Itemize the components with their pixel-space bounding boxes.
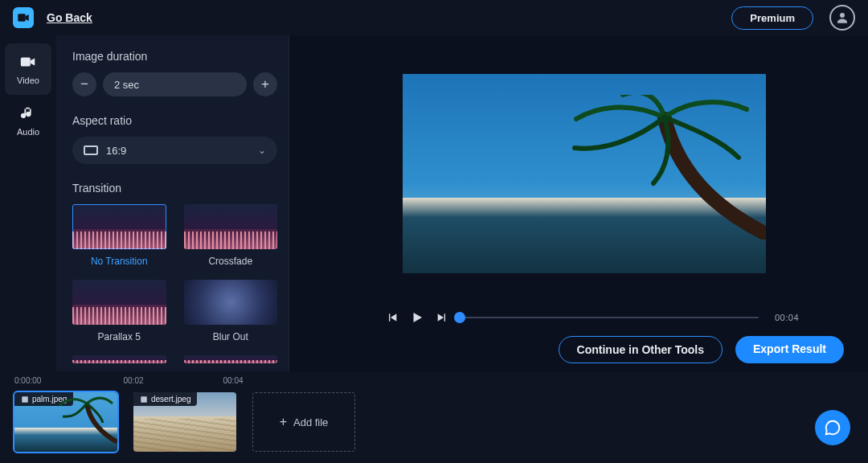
aspect-ratio-label: Aspect ratio: [72, 114, 277, 127]
clip-filename: desert.jpeg: [151, 395, 190, 404]
settings-panel: Image duration − 2 sec + Aspect ratio 16…: [56, 35, 289, 371]
transition-label-text: Crossfade: [208, 256, 252, 267]
premium-button[interactable]: Premium: [731, 6, 813, 30]
nav-video[interactable]: Video: [5, 43, 51, 95]
main-area: Video Audio Image duration − 2 sec + Asp…: [0, 35, 868, 371]
action-row: Continue in Other Tools Export Result: [321, 333, 847, 363]
total-duration: 00:04: [775, 313, 799, 322]
preview-pane: 00:04 Continue in Other Tools Export Res…: [289, 35, 868, 371]
transition-label-text: Blur Out: [213, 331, 248, 342]
duration-value: 2 sec: [103, 72, 247, 96]
timeline-panel: 0:00:00 00:02 00:04 palm.jpeg desert.jpe…: [0, 371, 868, 463]
image-duration-stepper: − 2 sec +: [72, 72, 277, 96]
transition-parallax-5[interactable]: Parallax 5: [72, 280, 166, 342]
timeline-ruler[interactable]: 0:00:00 00:02 00:04: [3, 375, 868, 389]
nav-audio-label: Audio: [17, 127, 39, 137]
transition-thumb: [72, 355, 166, 363]
nav-audio[interactable]: Audio: [0, 95, 56, 146]
ruler-tick: 00:02: [123, 376, 143, 385]
transition-label-text: No Transition: [91, 256, 148, 267]
play-button[interactable]: [410, 310, 424, 325]
clip-palm[interactable]: palm.jpeg: [14, 392, 117, 452]
transition-label-text: Parallax 5: [98, 331, 141, 342]
svg-rect-3: [22, 396, 28, 403]
ruler-tick: 00:04: [223, 376, 243, 385]
duration-increment-button[interactable]: +: [253, 72, 277, 96]
transition-thumb: [184, 355, 278, 363]
player-controls: 00:04: [321, 304, 847, 333]
add-file-button[interactable]: + Add file: [252, 392, 355, 452]
video-icon: [19, 53, 37, 71]
account-icon[interactable]: [829, 5, 855, 31]
preview-canvas: [403, 74, 766, 273]
transition-thumb: [72, 280, 166, 325]
side-nav: Video Audio: [0, 35, 56, 371]
clip-row: palm.jpeg desert.jpeg + Add file: [3, 389, 868, 452]
palm-mini-illustration: [55, 395, 117, 444]
aspect-ratio-value: 16:9: [106, 145, 126, 157]
transition-label: Transition: [72, 182, 277, 195]
transition-thumb: [184, 280, 278, 325]
next-frame-button[interactable]: [436, 311, 448, 324]
aspect-rect-icon: [84, 145, 98, 155]
go-back-link[interactable]: Go Back: [47, 11, 92, 24]
aspect-ratio-select[interactable]: 16:9 ⌄: [72, 137, 277, 164]
chevron-down-icon: ⌄: [258, 145, 266, 156]
image-duration-label: Image duration: [72, 50, 277, 63]
transition-extra-1[interactable]: [72, 355, 166, 363]
transition-crossfade[interactable]: Crossfade: [184, 204, 278, 267]
chat-icon: [824, 419, 841, 436]
image-icon: [21, 395, 29, 404]
help-chat-button[interactable]: [815, 410, 850, 445]
transition-thumb: [72, 204, 166, 249]
image-icon: [140, 395, 148, 404]
preview-seek-bar[interactable]: [460, 317, 759, 318]
transition-extra-2[interactable]: [184, 355, 278, 363]
transition-no-transition[interactable]: No Transition: [72, 204, 166, 267]
app-logo-icon: [13, 7, 34, 28]
top-bar: Go Back Premium: [0, 0, 868, 35]
transition-blur-out[interactable]: Blur Out: [184, 280, 278, 342]
clip-tag: desert.jpeg: [133, 392, 197, 406]
add-file-label: Add file: [293, 416, 328, 428]
duration-decrement-button[interactable]: −: [72, 72, 96, 96]
svg-rect-4: [141, 396, 147, 403]
seek-knob[interactable]: [454, 312, 465, 323]
clip-desert[interactable]: desert.jpeg: [133, 392, 236, 452]
prev-frame-button[interactable]: [386, 311, 399, 324]
export-result-button[interactable]: Export Result: [735, 336, 844, 363]
svg-rect-2: [21, 58, 31, 67]
nav-video-label: Video: [17, 76, 39, 85]
svg-point-1: [840, 13, 845, 18]
audio-icon: [19, 104, 37, 122]
preview-box: [321, 43, 847, 304]
svg-rect-0: [18, 14, 25, 21]
palm-tree-illustration: [560, 95, 766, 240]
plus-icon: +: [280, 415, 287, 429]
ruler-tick: 0:00:00: [14, 376, 41, 385]
transition-grid: No Transition Crossfade Parallax 5 Blur …: [72, 204, 277, 363]
continue-other-tools-button[interactable]: Continue in Other Tools: [559, 336, 723, 363]
transition-thumb: [184, 204, 278, 249]
